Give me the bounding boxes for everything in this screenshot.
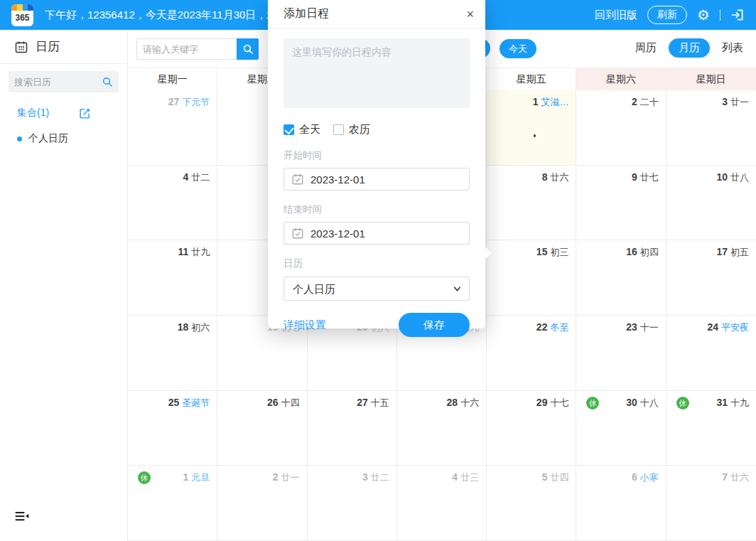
day-number: 1 xyxy=(183,471,188,483)
day-cell[interactable]: 15初三 xyxy=(487,240,576,316)
calendar-date-icon xyxy=(291,173,304,186)
day-number: 3 xyxy=(362,471,368,483)
modal-header: 添加日程 × xyxy=(268,0,485,28)
day-cell[interactable]: 23十一 xyxy=(576,316,666,391)
day-cell[interactable]: 5廿四 xyxy=(487,466,576,541)
add-schedule-modal: 添加日程 × 全天 农历 开始时间 xyxy=(268,0,485,328)
view-month[interactable]: 月历 xyxy=(669,38,710,58)
day-cell[interactable]: 4廿三 xyxy=(397,466,487,541)
day-cell[interactable]: 3廿二 xyxy=(308,466,397,541)
all-day-checkbox[interactable]: 全天 xyxy=(284,123,320,136)
day-cell[interactable]: 8廿六 xyxy=(487,166,576,241)
festival-link[interactable]: 艾滋… xyxy=(541,96,568,109)
date-label: 25圣诞节 xyxy=(168,397,210,409)
sidebar-search-icon[interactable] xyxy=(102,76,113,87)
today-button[interactable]: 今天 xyxy=(500,39,536,58)
collapse-sidebar-icon[interactable] xyxy=(14,510,30,523)
festival-link[interactable]: 平安夜 xyxy=(721,321,749,334)
topbar-divider xyxy=(720,9,720,21)
lunar-checkbox-box[interactable] xyxy=(333,124,344,135)
view-list[interactable]: 列表 xyxy=(720,38,745,58)
collection-label[interactable]: 集合(1) xyxy=(17,107,49,119)
sidebar: 日历 集合(1) 个人日历 xyxy=(0,30,128,541)
day-cell[interactable]: 6小寒 xyxy=(576,466,666,541)
festival-link[interactable]: 下元节 xyxy=(182,96,210,109)
festival-link[interactable]: 圣诞节 xyxy=(182,397,210,409)
day-cell[interactable]: 16初四 xyxy=(576,240,666,316)
festival-link[interactable]: 冬至 xyxy=(550,321,568,334)
settings-gear-icon[interactable]: ⚙ xyxy=(697,8,710,22)
day-cell[interactable]: 休30十八 xyxy=(576,391,666,466)
view-week[interactable]: 周历 xyxy=(634,38,658,58)
day-cell[interactable]: 26十四 xyxy=(217,391,307,466)
detail-settings-link[interactable]: 详细设置 xyxy=(284,318,326,332)
day-cell[interactable]: 2廿一 xyxy=(217,466,307,541)
day-cell[interactable]: 1艾滋… xyxy=(487,90,576,166)
day-cell[interactable]: 休1元旦 xyxy=(128,466,217,541)
date-label: 4廿三 xyxy=(452,471,479,484)
day-cell[interactable]: 2二十 xyxy=(576,90,666,166)
day-cell[interactable]: 休31十九 xyxy=(666,391,756,466)
day-cell[interactable]: 17初五 xyxy=(666,240,756,316)
date-label: 29十七 xyxy=(536,397,569,409)
start-time-input[interactable] xyxy=(310,173,462,186)
day-number: 30 xyxy=(626,397,637,408)
day-cell[interactable]: 3廿一 xyxy=(666,90,756,166)
end-time-field[interactable] xyxy=(284,222,470,245)
day-number: 7 xyxy=(722,471,728,483)
day-cell[interactable]: 27下元节 xyxy=(128,90,217,166)
day-cell[interactable]: 29十七 xyxy=(487,391,576,466)
sidebar-item-personal-calendar[interactable]: 个人日历 xyxy=(0,132,127,145)
start-time-field[interactable] xyxy=(284,168,470,191)
day-number: 11 xyxy=(178,246,188,257)
sidebar-collection-row: 集合(1) xyxy=(0,107,127,119)
refresh-button[interactable]: 刷新 xyxy=(647,6,687,24)
day-cell[interactable]: 4廿二 xyxy=(128,166,217,241)
date-label: 27十五 xyxy=(357,397,389,409)
close-icon[interactable]: × xyxy=(466,8,474,21)
day-cell[interactable]: 10廿八 xyxy=(666,166,756,241)
lunar-text: 廿三 xyxy=(460,471,479,484)
date-label: 11廿九 xyxy=(178,246,210,259)
edit-calendar-icon[interactable] xyxy=(79,107,91,119)
date-label: 30十八 xyxy=(626,397,659,409)
keyword-search-button[interactable] xyxy=(237,38,259,60)
day-cell[interactable]: 9廿七 xyxy=(576,166,666,241)
day-number: 27 xyxy=(168,96,180,107)
festival-link[interactable]: 元旦 xyxy=(191,471,210,484)
sidebar-search xyxy=(9,71,119,92)
schedule-content-textarea[interactable] xyxy=(284,38,470,108)
lunar-text: 十五 xyxy=(371,397,389,409)
day-number: 26 xyxy=(267,397,279,408)
day-cell[interactable]: 11廿九 xyxy=(128,240,217,316)
back-to-old-version-link[interactable]: 回到旧版 xyxy=(595,9,637,22)
day-cell[interactable]: 22冬至 xyxy=(487,316,576,391)
logout-icon[interactable] xyxy=(730,8,745,22)
day-cell[interactable]: 24平安夜 xyxy=(666,316,756,391)
dow-header-5: 星期六 xyxy=(576,68,666,91)
day-cell[interactable]: 25圣诞节 xyxy=(128,391,217,466)
end-time-input[interactable] xyxy=(310,227,462,240)
day-number: 5 xyxy=(542,471,548,483)
day-cell[interactable]: 7廿六 xyxy=(666,466,756,541)
dow-header-6: 星期日 xyxy=(666,68,756,91)
end-time-label: 结束时间 xyxy=(284,203,470,216)
lunar-text: 廿六 xyxy=(550,171,568,184)
festival-link[interactable]: 小寒 xyxy=(640,471,659,484)
modal-footer: 详细设置 保存 xyxy=(284,313,470,337)
day-number: 1 xyxy=(533,96,539,107)
day-cell[interactable]: 18初六 xyxy=(128,316,217,391)
day-cell[interactable]: 28十六 xyxy=(397,391,487,466)
keyword-search-input[interactable] xyxy=(136,38,237,60)
all-day-checkbox-box[interactable] xyxy=(284,124,294,135)
lunar-checkbox[interactable]: 农历 xyxy=(333,123,370,136)
app: 365 下午好，12356412，今天是2023年11月30日，农 回到旧版 刷… xyxy=(0,0,756,541)
day-number: 18 xyxy=(178,321,189,333)
calendar-select[interactable]: 个人日历 xyxy=(284,277,470,301)
save-button[interactable]: 保存 xyxy=(399,313,470,337)
day-cell[interactable]: 27十五 xyxy=(308,391,397,466)
sidebar-search-input[interactable] xyxy=(14,77,102,87)
lunar-text: 廿一 xyxy=(281,471,300,484)
lunar-text: 廿一 xyxy=(730,96,749,109)
lunar-text: 廿二 xyxy=(371,471,389,484)
